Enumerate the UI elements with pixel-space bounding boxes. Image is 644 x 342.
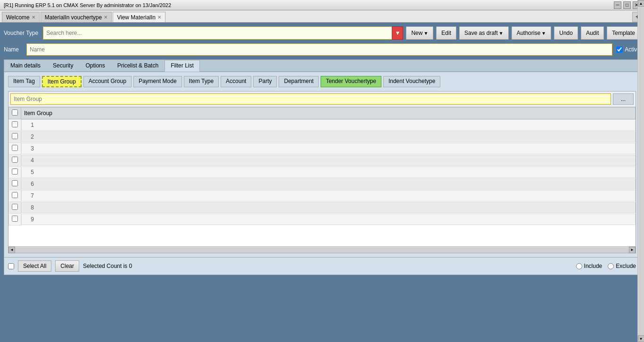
tab-view-materialin[interactable]: View MaterialIn ✕ xyxy=(113,12,165,22)
active-checkbox[interactable] xyxy=(616,46,623,53)
voucher-type-search-container: ▼ xyxy=(43,26,403,40)
table-row: 6 xyxy=(9,178,636,190)
audit-label: Audit xyxy=(586,30,599,36)
scroll-left-button[interactable]: ◄ xyxy=(8,247,15,253)
row-checkbox[interactable] xyxy=(12,133,18,139)
vertical-scrollbar[interactable]: ▲ ▼ xyxy=(637,0,644,342)
table-wrapper: Item Group 1 2 xyxy=(8,107,636,246)
voucher-type-search-input[interactable] xyxy=(43,26,403,40)
undo-button[interactable]: Undo xyxy=(554,26,578,40)
table-row: 1 xyxy=(9,119,636,131)
inner-tab-item-tag[interactable]: Item Tag xyxy=(8,76,40,87)
window-controls: ─ □ ✕ xyxy=(614,1,640,9)
row-checkbox-cell[interactable] xyxy=(9,119,21,131)
selected-count-prefix: Selected Count is xyxy=(83,263,129,269)
inner-tab-tender-vouchertype[interactable]: Tender Vouchertype xyxy=(321,76,381,87)
edit-button[interactable]: Edit xyxy=(436,26,456,40)
select-all-checkbox[interactable] xyxy=(8,263,14,269)
maximize-button[interactable]: □ xyxy=(623,1,631,9)
row-checkbox-cell[interactable] xyxy=(9,214,21,225)
table-row: 4 xyxy=(9,155,636,167)
tab-pricelist-batch[interactable]: Pricelist & Batch xyxy=(111,60,165,71)
exclude-radio-label[interactable]: Exclude xyxy=(608,263,636,269)
scroll-h-track xyxy=(15,247,629,253)
row-checkbox-cell[interactable] xyxy=(9,131,21,143)
row-item-group-cell: 4 xyxy=(21,155,636,166)
grid-search-row: ... xyxy=(8,92,636,107)
row-checkbox[interactable] xyxy=(12,168,18,175)
voucher-type-dropdown-button[interactable]: ▼ xyxy=(392,26,403,40)
inner-tab-payment-mode[interactable]: Payment Mode xyxy=(133,76,182,87)
template-label: Template xyxy=(612,30,635,36)
row-checkbox-cell[interactable] xyxy=(9,202,21,214)
inner-tab-item-type[interactable]: Item Type xyxy=(184,76,219,87)
tab-view-materialin-close[interactable]: ✕ xyxy=(157,15,161,20)
row-number: 8 xyxy=(25,204,34,211)
row-checkbox-cell[interactable] xyxy=(9,178,21,190)
new-button[interactable]: New ▼ xyxy=(406,26,433,40)
tab-welcome-close[interactable]: ✕ xyxy=(32,15,35,20)
table-row: 3 xyxy=(9,143,636,155)
table-scroll-area: Item Group 1 2 xyxy=(8,107,636,246)
row-checkbox-cell[interactable] xyxy=(9,167,21,178)
new-dropdown-icon: ▼ xyxy=(423,31,428,36)
tab-security[interactable]: Security xyxy=(47,60,79,71)
scroll-right-button[interactable]: ► xyxy=(629,247,636,253)
row-checkbox[interactable] xyxy=(12,145,18,151)
horizontal-scrollbar[interactable]: ◄ ► xyxy=(8,246,636,253)
check-all-header[interactable] xyxy=(9,108,21,119)
row-checkbox-cell[interactable] xyxy=(9,155,21,167)
inner-tab-account[interactable]: Account xyxy=(221,76,251,87)
save-as-draft-label: Save as draft xyxy=(464,30,498,36)
row-checkbox-cell[interactable] xyxy=(9,143,21,155)
template-button[interactable]: Template xyxy=(607,26,640,40)
row-item-group-cell: 3 xyxy=(21,143,636,154)
inner-tab-department[interactable]: Department xyxy=(279,76,319,87)
tab-welcome[interactable]: Welcome ✕ xyxy=(2,12,40,22)
table-row: 7 xyxy=(9,190,636,202)
tab-materialin-vouchertype[interactable]: MaterialIn vouchertype ✕ xyxy=(41,12,112,22)
row-item-group-cell: 1 xyxy=(21,119,636,131)
item-group-header: Item Group xyxy=(21,108,636,119)
row-checkbox[interactable] xyxy=(12,216,18,222)
audit-button[interactable]: Audit xyxy=(581,26,604,40)
name-input[interactable] xyxy=(26,43,612,56)
grid-container: ... Item Group xyxy=(8,91,636,253)
scroll-down-button[interactable]: ▼ xyxy=(638,335,644,342)
row-checkbox[interactable] xyxy=(12,204,18,210)
row-item-group-cell: 9 xyxy=(21,214,636,225)
inner-tab-item-group[interactable]: Item Group xyxy=(42,76,82,87)
inner-tab-party[interactable]: Party xyxy=(253,76,277,87)
row-checkbox-cell[interactable] xyxy=(9,190,21,202)
table-row: 5 xyxy=(9,167,636,178)
tab-panel: Main details Security Options Pricelist … xyxy=(4,59,640,275)
data-table: Item Group 1 2 xyxy=(8,107,636,225)
save-as-draft-button[interactable]: Save as draft ▼ xyxy=(459,26,509,40)
grid-search-input[interactable] xyxy=(10,93,611,105)
inner-tab-indent-vouchetype[interactable]: Indent Vouchetype xyxy=(383,76,440,87)
inner-tab-account-group[interactable]: Account Group xyxy=(83,76,132,87)
row-checkbox[interactable] xyxy=(12,121,18,127)
grid-search-button[interactable]: ... xyxy=(613,93,634,105)
exclude-radio[interactable] xyxy=(608,263,614,269)
tab-main-details[interactable]: Main details xyxy=(4,60,47,71)
row-checkbox[interactable] xyxy=(12,192,18,198)
include-radio-label[interactable]: Include xyxy=(576,263,603,269)
row-checkbox[interactable] xyxy=(12,180,18,186)
include-radio[interactable] xyxy=(576,263,582,269)
check-all-checkbox[interactable] xyxy=(12,109,18,116)
row-checkbox[interactable] xyxy=(12,157,18,163)
clear-button[interactable]: Clear xyxy=(55,260,79,272)
minimize-button[interactable]: ─ xyxy=(614,1,621,9)
tab-materialin-vouchertype-close[interactable]: ✕ xyxy=(104,15,107,20)
select-all-button[interactable]: Select All xyxy=(18,260,51,272)
scroll-up-button[interactable]: ▲ xyxy=(638,0,644,7)
table-row: 2 xyxy=(9,131,636,143)
tab-options[interactable]: Options xyxy=(79,60,111,71)
include-label: Include xyxy=(584,263,603,269)
tab-filter-list[interactable]: Filter List xyxy=(165,60,200,72)
authorise-button[interactable]: Authorise ▼ xyxy=(512,26,552,40)
voucher-type-label: Voucher Type xyxy=(4,30,38,36)
edit-button-label: Edit xyxy=(441,30,451,36)
exclude-label: Exclude xyxy=(616,263,636,269)
